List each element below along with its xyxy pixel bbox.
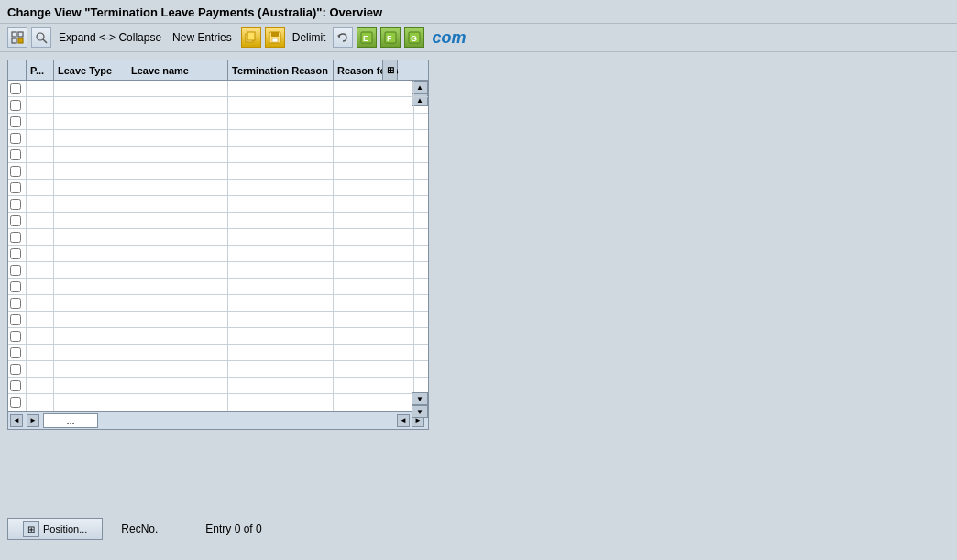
table-row[interactable] [8,328,428,345]
row-checkbox[interactable] [10,347,21,358]
position-icon: ⊞ [23,521,39,537]
new-entries-btn[interactable]: New Entries [169,29,236,46]
row-checkbox[interactable] [10,182,21,193]
row-checkbox[interactable] [10,116,21,127]
svg-text:E: E [363,34,368,43]
svg-point-4 [37,33,44,40]
row-checkbox[interactable] [10,281,21,292]
row-checkbox[interactable] [10,100,21,111]
table-body [8,81,428,411]
toolbar-undo-icon[interactable] [333,27,353,48]
table-row[interactable] [8,246,428,262]
col-header-leave-type: Leave Type [54,60,127,80]
col-header-reason-for: Reason for s ⊞ [334,60,398,80]
toolbar-icon-4[interactable]: F [380,27,401,48]
footer-hscroll-left[interactable]: ◄ [397,414,410,427]
row-checkbox[interactable] [10,397,21,408]
sap-logo: com [432,28,466,48]
svg-rect-10 [272,38,278,42]
row-checkbox[interactable] [10,380,21,391]
table-row[interactable] [8,180,428,196]
svg-text:G: G [411,34,417,43]
col-header-term-reason: Termination Reason [228,60,334,80]
table-row[interactable] [8,81,428,97]
expand-collapse-btn[interactable]: Expand <-> Collapse [55,29,165,46]
title-bar: Change View "Termination Leave Payments … [0,0,957,24]
footer-position-field[interactable]: ... [43,413,98,428]
svg-rect-3 [18,38,23,43]
col-header-check [8,60,27,80]
rec-no-label: RecNo. [121,522,158,535]
toolbar-icon-1[interactable] [7,27,28,48]
table-footer: ◄ ► ... ◄ ► [8,411,428,429]
row-checkbox[interactable] [10,166,21,177]
row-checkbox[interactable] [10,298,21,309]
row-checkbox[interactable] [10,265,21,276]
table-row[interactable] [8,97,428,114]
table-row[interactable] [8,229,428,246]
row-checkbox[interactable] [10,83,21,94]
title-text: Change View "Termination Leave Payments … [7,5,382,19]
table-row[interactable] [8,130,428,147]
table-row[interactable] [8,213,428,229]
table-row[interactable] [8,196,428,213]
table-row[interactable] [8,163,428,180]
table-row[interactable] [8,312,428,328]
table-row[interactable] [8,378,428,394]
row-checkbox[interactable] [10,232,21,243]
table-header: P... Leave Type Leave name Termination R… [8,60,428,81]
entry-count-label: Entry 0 of 0 [205,522,261,535]
main-area: P... Leave Type Leave name Termination R… [0,52,957,437]
toolbar-copy-icon[interactable] [241,27,261,48]
table-row[interactable] [8,262,428,279]
row-checkbox[interactable] [10,331,21,342]
row-checkbox[interactable] [10,149,21,160]
toolbar-save-icon[interactable] [265,27,285,48]
table-row[interactable] [8,114,428,130]
table-row[interactable] [8,295,428,312]
row-checkbox[interactable] [10,215,21,226]
row-checkbox[interactable] [10,314,21,325]
table-row[interactable] [8,394,428,411]
row-checkbox[interactable] [10,248,21,259]
toolbar-icon-2[interactable] [31,27,51,48]
toolbar-icon-3[interactable]: E [357,27,377,48]
toolbar-icon-5[interactable]: G [404,27,424,48]
svg-rect-1 [18,32,23,37]
footer-nav-right[interactable]: ► [27,414,39,427]
row-checkbox[interactable] [10,199,21,210]
delimit-label[interactable]: Delimit [289,29,330,46]
col-header-leave-name: Leave name [127,60,228,80]
row-checkbox[interactable] [10,133,21,144]
svg-rect-0 [12,32,16,37]
table-row[interactable] [8,279,428,295]
footer-nav-left[interactable]: ◄ [10,414,23,427]
col-resize-icon[interactable]: ⊞ [382,60,397,80]
table-row[interactable] [8,345,428,361]
toolbar: Expand <-> Collapse New Entries Delimit … [0,24,957,52]
position-button[interactable]: ⊞ Position... [7,518,103,540]
row-checkbox[interactable] [10,364,21,375]
table-container: P... Leave Type Leave name Termination R… [7,60,429,430]
bottom-bar: ⊞ Position... RecNo. Entry 0 of 0 [0,511,957,540]
col-header-p: P... [27,60,54,80]
table-row[interactable] [8,361,428,378]
svg-text:F: F [387,34,392,43]
svg-rect-2 [12,38,16,43]
svg-rect-7 [248,32,255,40]
table-vscroll-down2[interactable]: ▼ [412,405,428,418]
table-vscroll-down1[interactable]: ▼ [412,392,428,405]
table-row[interactable] [8,147,428,163]
svg-rect-9 [271,32,279,37]
svg-line-5 [43,39,47,43]
